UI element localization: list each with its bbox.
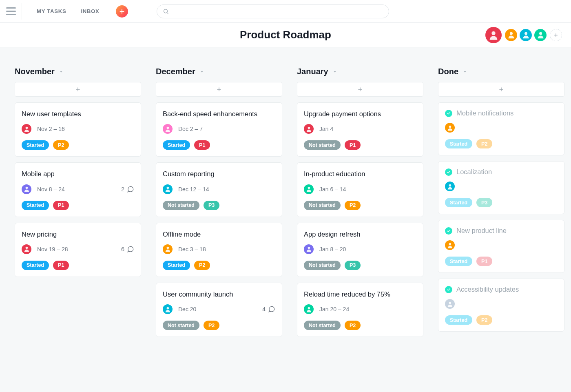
global-add-button[interactable] — [116, 5, 128, 18]
svg-point-32 — [449, 301, 451, 304]
nav-inbox[interactable]: INBOX — [81, 8, 99, 14]
card-title: Upgrade payment options — [304, 109, 416, 118]
task-card[interactable]: Mobile notificationsStartedP2 — [438, 102, 564, 155]
priority-pill[interactable]: P1 — [53, 261, 69, 270]
priority-pill[interactable]: P1 — [194, 140, 210, 150]
task-card[interactable]: New product lineStartedP1 — [438, 220, 564, 273]
status-pill[interactable]: Started — [445, 139, 472, 148]
status-pill[interactable]: Started — [22, 140, 49, 150]
task-card[interactable]: New pricingNov 19 – 286StartedP1 — [15, 223, 141, 277]
status-pill[interactable]: Started — [445, 315, 472, 325]
assignee-avatar[interactable] — [22, 124, 31, 134]
add-card-button[interactable] — [15, 82, 141, 97]
status-pill[interactable]: Not started — [163, 201, 199, 210]
task-card[interactable]: Upgrade payment optionsJan 4Not startedP… — [297, 102, 423, 157]
plus-icon — [216, 86, 222, 92]
task-card[interactable]: Accessibility updatesStartedP2 — [438, 279, 564, 332]
top-bar: MY TASKS INBOX — [0, 0, 571, 23]
add-member-button[interactable] — [550, 29, 562, 41]
assignee-avatar[interactable] — [445, 299, 455, 309]
task-card[interactable]: Offline modeDec 3 – 18StartedP2 — [156, 223, 282, 277]
member-avatar[interactable] — [485, 27, 502, 43]
priority-pill[interactable]: P2 — [345, 321, 361, 330]
priority-pill[interactable]: P3 — [204, 201, 219, 210]
task-card[interactable]: App design refreshJan 8 – 20Not startedP… — [297, 223, 423, 277]
task-card[interactable]: Back-end speed enhancementsDec 2 – 7Star… — [156, 102, 282, 157]
assignee-avatar[interactable] — [163, 184, 173, 194]
task-card[interactable]: Custom reportingDec 12 – 14Not startedP3 — [156, 162, 282, 217]
column: JanuaryUpgrade payment optionsJan 4Not s… — [297, 67, 423, 343]
plus-icon — [119, 9, 125, 14]
column-header[interactable]: November — [15, 67, 141, 76]
column: NovemberNew user templatesNov 2 – 16Star… — [15, 67, 141, 283]
assignee-avatar[interactable] — [163, 244, 173, 254]
status-pill[interactable]: Not started — [304, 321, 341, 330]
priority-pill[interactable]: P2 — [476, 315, 492, 325]
member-avatar[interactable] — [534, 29, 547, 41]
status-pill[interactable]: Not started — [304, 140, 341, 150]
assignee-avatar[interactable] — [304, 184, 314, 194]
assignee-avatar[interactable] — [163, 304, 173, 314]
column-header[interactable]: Done — [438, 67, 564, 76]
priority-pill[interactable]: P2 — [476, 139, 492, 148]
assignee-avatar[interactable] — [445, 123, 455, 133]
priority-pill[interactable]: P2 — [204, 321, 219, 330]
priority-pill[interactable]: P1 — [476, 257, 492, 266]
status-pill[interactable]: Started — [445, 257, 472, 266]
search-input[interactable] — [172, 8, 383, 15]
task-card[interactable]: Reload time reduced by 75%Jan 20 – 24Not… — [297, 283, 423, 337]
status-pill[interactable]: Not started — [163, 321, 199, 330]
tag-row: StartedP1 — [163, 140, 275, 150]
tag-row: StartedP1 — [22, 261, 134, 270]
column-title: December — [156, 67, 195, 76]
status-pill[interactable]: Started — [22, 201, 49, 210]
comment-count[interactable]: 6 — [121, 246, 134, 253]
nav-my-tasks[interactable]: MY TASKS — [37, 8, 66, 14]
assignee-avatar[interactable] — [304, 244, 314, 254]
card-meta: Jan 20 – 24 — [304, 304, 416, 314]
add-card-button[interactable] — [297, 82, 423, 97]
priority-pill[interactable]: P2 — [194, 261, 210, 270]
comment-count[interactable]: 4 — [262, 306, 275, 313]
tag-row: StartedP2 — [445, 315, 558, 325]
add-card-button[interactable] — [438, 82, 564, 97]
status-pill[interactable]: Started — [163, 140, 190, 150]
status-pill[interactable]: Started — [445, 198, 472, 207]
priority-pill[interactable]: P1 — [345, 140, 361, 150]
card-date: Jan 20 – 24 — [319, 306, 349, 312]
priority-pill[interactable]: P2 — [345, 201, 361, 210]
svg-point-31 — [449, 243, 451, 245]
task-card[interactable]: User community launchDec 204Not startedP… — [156, 283, 282, 337]
member-avatar[interactable] — [520, 29, 532, 41]
task-card[interactable]: Mobile appNov 8 – 242StartedP1 — [15, 162, 141, 217]
column-header[interactable]: December — [156, 67, 282, 76]
assignee-avatar[interactable] — [445, 240, 455, 250]
priority-pill[interactable]: P3 — [345, 261, 361, 270]
assignee-avatar[interactable] — [22, 244, 31, 254]
column-title: January — [297, 67, 328, 76]
column-header[interactable]: January — [297, 67, 423, 76]
status-pill[interactable]: Not started — [304, 201, 341, 210]
status-pill[interactable]: Started — [163, 261, 190, 270]
task-card[interactable]: LocalizationStartedP3 — [438, 161, 564, 214]
hamburger-menu-icon[interactable] — [6, 3, 22, 20]
comment-count[interactable]: 2 — [121, 186, 134, 193]
priority-pill[interactable]: P1 — [53, 201, 69, 210]
assignee-avatar[interactable] — [22, 184, 31, 194]
assignee-avatar[interactable] — [445, 182, 455, 191]
member-avatar[interactable] — [505, 29, 517, 41]
task-card[interactable]: In-product educationJan 6 – 14Not starte… — [297, 162, 423, 217]
status-pill[interactable]: Not started — [304, 261, 341, 270]
assignee-avatar[interactable] — [163, 124, 173, 134]
tag-row: Not startedP1 — [304, 140, 416, 150]
assignee-avatar[interactable] — [304, 304, 314, 314]
search-box[interactable] — [157, 4, 389, 18]
task-card[interactable]: New user templatesNov 2 – 16StartedP2 — [15, 102, 141, 157]
priority-pill[interactable]: P2 — [53, 140, 69, 150]
add-card-button[interactable] — [156, 82, 282, 97]
status-pill[interactable]: Started — [22, 261, 49, 270]
assignee-avatar[interactable] — [304, 124, 314, 134]
chevron-down-icon — [59, 69, 64, 74]
priority-pill[interactable]: P3 — [476, 198, 492, 207]
plus-icon — [553, 33, 558, 38]
